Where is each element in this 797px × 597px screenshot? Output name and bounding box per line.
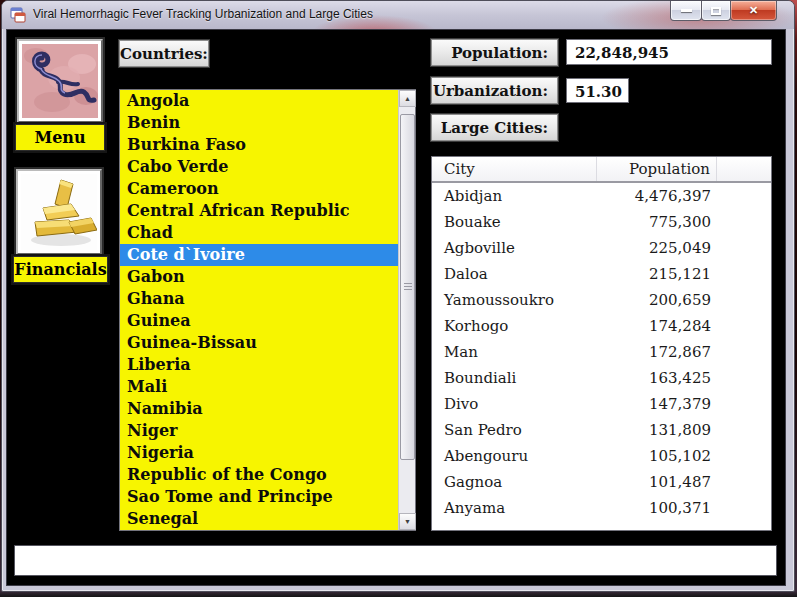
menu-image-button[interactable] bbox=[17, 39, 103, 123]
population-cell: 174,284 bbox=[597, 317, 717, 335]
menu-button[interactable]: Menu bbox=[15, 124, 105, 151]
population-cell: 147,379 bbox=[597, 395, 717, 413]
city-cell: Korhogo bbox=[432, 317, 597, 335]
city-cell: San Pedro bbox=[432, 421, 597, 439]
table-row[interactable]: Agboville225,049 bbox=[432, 235, 771, 261]
country-list-item[interactable]: Liberia bbox=[120, 354, 398, 376]
population-cell: 100,371 bbox=[597, 499, 717, 517]
population-column-header[interactable]: Population bbox=[597, 157, 717, 181]
country-list-item[interactable]: Benin bbox=[120, 112, 398, 134]
table-row[interactable]: Divo147,379 bbox=[432, 391, 771, 417]
financials-image-button[interactable] bbox=[16, 169, 102, 255]
population-label-text: Population: bbox=[451, 44, 548, 62]
city-cell: Agboville bbox=[432, 239, 597, 257]
scroll-up-button[interactable]: ▲ bbox=[399, 90, 416, 107]
country-list-item-selected[interactable]: Cote d`Ivoire bbox=[120, 244, 398, 266]
population-cell: 775,300 bbox=[597, 213, 717, 231]
population-cell: 200,659 bbox=[597, 291, 717, 309]
urbanization-textbox[interactable] bbox=[566, 78, 629, 103]
app-window: Viral Hemorrhagic Fever Tracking Urbaniz… bbox=[1, 0, 795, 592]
scrollbar-thumb[interactable] bbox=[400, 114, 415, 460]
country-list-item[interactable]: Senegal bbox=[120, 508, 398, 530]
country-list-item[interactable]: Angola bbox=[120, 90, 398, 112]
listbox-scrollbar[interactable]: ▲ ▼ bbox=[398, 90, 415, 530]
status-textbox[interactable] bbox=[14, 545, 777, 576]
close-button[interactable]: ✕ bbox=[730, 1, 777, 21]
population-cell: 163,425 bbox=[597, 369, 717, 387]
large-cities-label-text: Large Cities: bbox=[441, 119, 548, 137]
country-list-item[interactable]: Cameroon bbox=[120, 178, 398, 200]
country-list-item[interactable]: Sao Tome and Principe bbox=[120, 486, 398, 508]
city-column-header[interactable]: City bbox=[432, 157, 597, 181]
table-row[interactable]: San Pedro131,809 bbox=[432, 417, 771, 443]
maximize-icon bbox=[711, 7, 721, 15]
scroll-up-icon: ▲ bbox=[404, 95, 411, 102]
large-cities-label: Large Cities: bbox=[431, 114, 558, 141]
country-list-item[interactable]: Ghana bbox=[120, 288, 398, 310]
table-row[interactable]: Boundiali163,425 bbox=[432, 365, 771, 391]
countries-label-text: Countries: bbox=[120, 45, 208, 63]
city-cell: Abengouru bbox=[432, 447, 597, 465]
city-cell: Anyama bbox=[432, 499, 597, 517]
country-list-item[interactable]: Namibia bbox=[120, 398, 398, 420]
country-list-item[interactable]: Gabon bbox=[120, 266, 398, 288]
population-cell: 101,487 bbox=[597, 473, 717, 491]
city-cell: Yamoussoukro bbox=[432, 291, 597, 309]
population-cell: 4,476,397 bbox=[597, 187, 717, 205]
thumb-grip-icon bbox=[404, 283, 412, 291]
table-row[interactable]: Gagnoa101,487 bbox=[432, 469, 771, 495]
titlebar[interactable]: Viral Hemorrhagic Fever Tracking Urbaniz… bbox=[2, 1, 794, 29]
city-cell: Divo bbox=[432, 395, 597, 413]
urbanization-label: Urbanization: bbox=[431, 77, 558, 104]
scroll-down-button[interactable]: ▼ bbox=[399, 513, 416, 530]
desktop: { "window": { "title": "Viral Hemorrhagi… bbox=[0, 0, 797, 597]
maximize-button[interactable] bbox=[701, 1, 731, 21]
country-list-item[interactable]: Burkina Faso bbox=[120, 134, 398, 156]
table-row[interactable]: Korhogo174,284 bbox=[432, 313, 771, 339]
population-cell: 225,049 bbox=[597, 239, 717, 257]
city-cell: Gagnoa bbox=[432, 473, 597, 491]
country-list-item[interactable]: Central African Republic bbox=[120, 200, 398, 222]
city-cell: Bouake bbox=[432, 213, 597, 231]
country-list-item[interactable]: Cabo Verde bbox=[120, 156, 398, 178]
country-list-item[interactable]: Republic of the Congo bbox=[120, 464, 398, 486]
scroll-down-icon: ▼ bbox=[404, 518, 411, 525]
app-icon bbox=[10, 7, 26, 23]
gold-bars-icon bbox=[21, 174, 97, 250]
population-textbox[interactable] bbox=[566, 39, 772, 65]
table-row[interactable]: Yamoussoukro200,659 bbox=[432, 287, 771, 313]
country-list-item[interactable]: Chad bbox=[120, 222, 398, 244]
table-row[interactable]: Anyama100,371 bbox=[432, 495, 771, 521]
city-cell: Man bbox=[432, 343, 597, 361]
table-header: City Population bbox=[432, 157, 771, 183]
countries-label: Countries: bbox=[119, 40, 209, 67]
country-listbox[interactable]: Angola Benin Burkina Faso Cabo Verde Cam… bbox=[119, 89, 416, 531]
table-row[interactable]: Bouake775,300 bbox=[432, 209, 771, 235]
population-label: Population: bbox=[431, 39, 558, 66]
cities-table: City Population Abidjan4,476,397 Bouake7… bbox=[431, 156, 772, 531]
table-row[interactable]: Daloa215,121 bbox=[432, 261, 771, 287]
minimize-icon bbox=[681, 9, 692, 12]
financials-button-label: Financials bbox=[14, 260, 106, 279]
country-list-item[interactable]: Mali bbox=[120, 376, 398, 398]
table-row[interactable]: Abidjan4,476,397 bbox=[432, 183, 771, 209]
financials-button[interactable]: Financials bbox=[13, 256, 108, 283]
country-list-item[interactable]: Guinea bbox=[120, 310, 398, 332]
country-list-item[interactable]: Nigeria bbox=[120, 442, 398, 464]
table-row[interactable]: Abengouru105,102 bbox=[432, 443, 771, 469]
population-cell: 105,102 bbox=[597, 447, 717, 465]
population-cell: 172,867 bbox=[597, 343, 717, 361]
country-list-item[interactable]: Niger bbox=[120, 420, 398, 442]
city-cell: Abidjan bbox=[432, 187, 597, 205]
minimize-button[interactable] bbox=[670, 1, 702, 21]
urbanization-label-text: Urbanization: bbox=[433, 82, 548, 100]
table-row[interactable]: Man172,867 bbox=[432, 339, 771, 365]
country-list: Angola Benin Burkina Faso Cabo Verde Cam… bbox=[120, 90, 398, 530]
city-cell: Daloa bbox=[432, 265, 597, 283]
close-icon: ✕ bbox=[749, 4, 758, 17]
population-cell: 215,121 bbox=[597, 265, 717, 283]
window-title: Viral Hemorrhagic Fever Tracking Urbaniz… bbox=[33, 7, 373, 21]
country-list-item[interactable]: Guinea-Bissau bbox=[120, 332, 398, 354]
population-cell: 131,809 bbox=[597, 421, 717, 439]
ebola-virus-icon bbox=[22, 44, 98, 118]
